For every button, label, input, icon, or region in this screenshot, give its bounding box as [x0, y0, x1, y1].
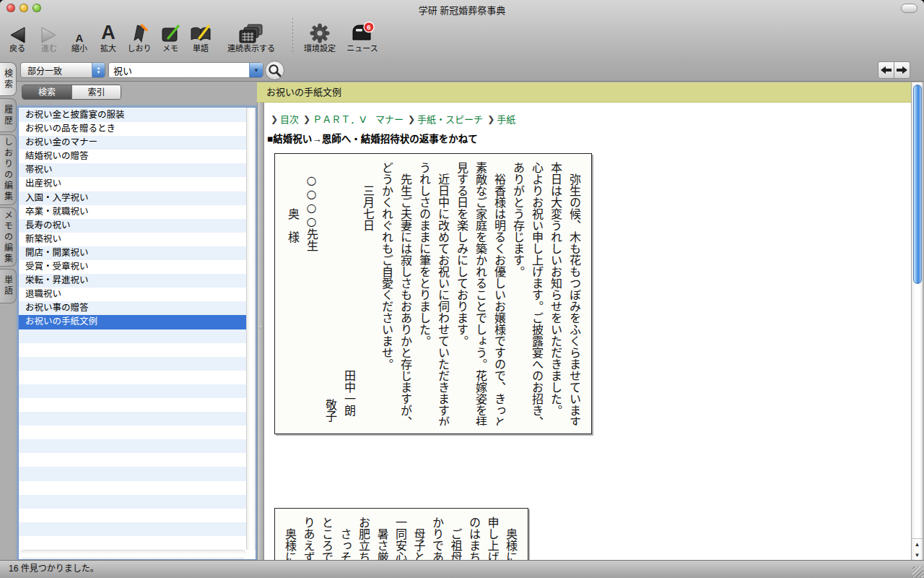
result-rows: お祝い金と披露宴の服装お祝いの品を贈るときお祝い金のマナー結婚祝いの贈答帯祝い出… — [19, 108, 246, 550]
letter-column: 近日中に改めてお祝いに伺わせていただきますが、 — [433, 162, 452, 426]
tab-search[interactable]: 検索 — [22, 85, 71, 99]
close-button[interactable] — [6, 4, 15, 12]
status-text: 16 件見つかりました。 — [9, 564, 99, 574]
continuous-display-button[interactable]: 連続表示する — [217, 16, 286, 55]
content-title-bar: お祝いの手紙文例 — [257, 82, 911, 103]
letter-column: のはまち — [465, 517, 484, 560]
breadcrumb-link-part[interactable]: ＰＡＲＴ．Ⅴ マナー — [313, 112, 404, 126]
search-input[interactable] — [109, 63, 249, 77]
letter-example-2: 奥様に申し上げのはまちご祖母様かりであ母子と一同安心暑さ厳お肥立ちさっそところで… — [274, 508, 528, 560]
toolbar-toggle-button[interactable] — [901, 4, 918, 13]
letter-column: 母子と — [409, 517, 428, 560]
list-item[interactable]: お祝い金のマナー — [19, 136, 246, 150]
letter-column: 素敵なご家庭を築かれることでしょう。花嫁姿を拝 — [471, 162, 489, 426]
bookmark-button[interactable]: しおり — [123, 16, 156, 55]
result-list: お祝い金と披露宴の服装お祝いの品を贈るときお祝い金のマナー結婚祝いの贈答帯祝い出… — [18, 107, 256, 560]
letter-column: 先生ご夫妻には寂しさもおありかと存じますが、 — [396, 162, 414, 426]
scroll-up-button[interactable]: ▲ — [912, 539, 923, 550]
chevron-icon: ❯ — [271, 114, 278, 124]
side-tab-bookmark-edit[interactable]: しおりの編集 — [0, 134, 17, 205]
list-item[interactable]: 出産祝い — [19, 177, 246, 191]
list-item[interactable]: 受賞・受章祝い — [19, 260, 246, 274]
list-item[interactable]: お祝い事の贈答 — [19, 301, 246, 315]
words-button[interactable]: 単語 — [185, 16, 217, 55]
list-item — [19, 536, 246, 550]
breadcrumb-link-toc[interactable]: 目次 — [280, 112, 299, 126]
letter-column: 本日は大変うれしいお知らせをいただきました。 — [546, 162, 565, 426]
news-button[interactable]: 6 ニュース — [342, 16, 383, 55]
next-page-button[interactable] — [894, 61, 910, 79]
splitter-dimple-icon — [259, 325, 263, 329]
list-item — [19, 439, 246, 453]
list-item[interactable]: お祝いの手紙文例 — [19, 315, 246, 329]
list-item[interactable]: 開店・開業祝い — [19, 246, 246, 260]
resize-grip[interactable] — [912, 566, 923, 577]
list-item — [19, 495, 246, 509]
letter-column: ありがとう存じます。 — [508, 162, 527, 426]
window-title: 学研 新冠婚葬祭事典 — [72, 3, 852, 17]
scrollbar-arrows: ▲ ▼ — [912, 538, 923, 560]
list-item[interactable]: お祝いの品を贈るとき — [19, 122, 246, 136]
pane-splitter[interactable] — [257, 103, 264, 560]
memo-icon — [160, 20, 181, 44]
breadcrumb: ❯ 目次 ❯ ＰＡＲＴ．Ⅴ マナー ❯ 手紙・スピーチ ❯ 手紙 — [266, 112, 515, 126]
list-item — [19, 384, 246, 398]
list-item — [19, 481, 246, 495]
breadcrumb-link-letter[interactable]: 手紙 — [497, 112, 515, 126]
forward-button[interactable]: 進む — [33, 16, 65, 55]
match-mode-select[interactable]: 部分一致 ▲▼ — [20, 62, 105, 78]
letter-column: どうかくれぐれもご自愛くださいませ。 — [377, 162, 396, 426]
list-item[interactable]: お祝い金と披露宴の服装 — [19, 108, 246, 122]
combo-dropdown-icon[interactable]: ▼ — [249, 63, 263, 77]
chevron-icon: ❯ — [408, 114, 415, 124]
section-heading: ■結婚祝い→恩師へ・結婚招待状の返事をかねて — [267, 131, 478, 145]
list-item[interactable]: 卒業・就職祝い — [19, 205, 246, 219]
zoom-button[interactable] — [32, 4, 41, 12]
list-item — [19, 509, 246, 522]
forward-arrow-icon — [39, 20, 59, 44]
zoom-out-button[interactable]: A 縮小 — [65, 16, 94, 55]
scrollbar-thumb[interactable] — [913, 85, 922, 284]
memo-button[interactable]: メモ — [156, 16, 185, 55]
letter-column: 申し上げ — [483, 517, 502, 560]
list-item[interactable]: 入園・入学祝い — [19, 191, 246, 205]
title-bar[interactable]: 学研 新冠婚葬祭事典 — [0, 0, 924, 16]
letter-column: 奥様に — [281, 517, 300, 560]
list-horizontal-scrollbar[interactable] — [19, 550, 246, 559]
content-scrollbar[interactable]: ▲ ▼ — [911, 82, 923, 560]
minimize-button[interactable] — [19, 4, 28, 12]
list-item — [19, 398, 246, 412]
list-item[interactable]: 長寿の祝い — [19, 219, 246, 233]
search-button[interactable] — [265, 61, 284, 80]
side-tab-words[interactable]: 単語 — [0, 269, 17, 303]
list-item — [19, 453, 246, 467]
letter-column: お肥立ち — [354, 517, 373, 560]
status-bar: 16 件見つかりました。 — [0, 560, 924, 578]
breadcrumb-link-letters-speech[interactable]: 手紙・スピーチ — [417, 112, 483, 126]
side-tab-search[interactable]: 検索 — [0, 62, 17, 96]
list-item[interactable]: 新築祝い — [19, 233, 246, 246]
letter-column: 暑さ厳 — [372, 517, 391, 560]
list-item[interactable]: 結婚祝いの贈答 — [19, 150, 246, 163]
content-pane: ❯ 目次 ❯ ＰＡＲＴ．Ⅴ マナー ❯ 手紙・スピーチ ❯ 手紙 ■結婚祝い→恩… — [264, 103, 911, 560]
list-vertical-scrollbar[interactable] — [246, 108, 256, 550]
preferences-button[interactable]: 環境設定 — [297, 16, 342, 55]
list-item[interactable]: 栄転・昇進祝い — [19, 274, 246, 288]
letter-column: さっそ — [336, 517, 354, 560]
news-badge: 6 — [367, 23, 370, 31]
large-a-icon: A — [101, 20, 116, 44]
zoom-in-button[interactable]: A 拡大 — [94, 16, 123, 55]
prev-page-button[interactable] — [878, 61, 894, 79]
side-tab-memo-edit[interactable]: メモの編集 — [0, 207, 17, 267]
back-arrow-icon — [7, 20, 27, 44]
list-item[interactable]: 帯祝い — [19, 163, 246, 177]
letter-column: 心よりお祝い申し上げます。ご披露宴へのお招き、 — [527, 162, 546, 426]
stacked-windows-icon — [238, 20, 264, 44]
tab-index[interactable]: 索引 — [71, 85, 121, 99]
letter-column: 三月七日 — [358, 162, 377, 426]
side-tab-history[interactable]: 履歴 — [0, 98, 17, 132]
list-item[interactable]: 退職祝い — [19, 288, 246, 301]
back-button[interactable]: 戻る — [1, 16, 33, 55]
bookmark-icon — [128, 20, 150, 44]
scroll-down-button[interactable]: ▼ — [912, 550, 923, 561]
